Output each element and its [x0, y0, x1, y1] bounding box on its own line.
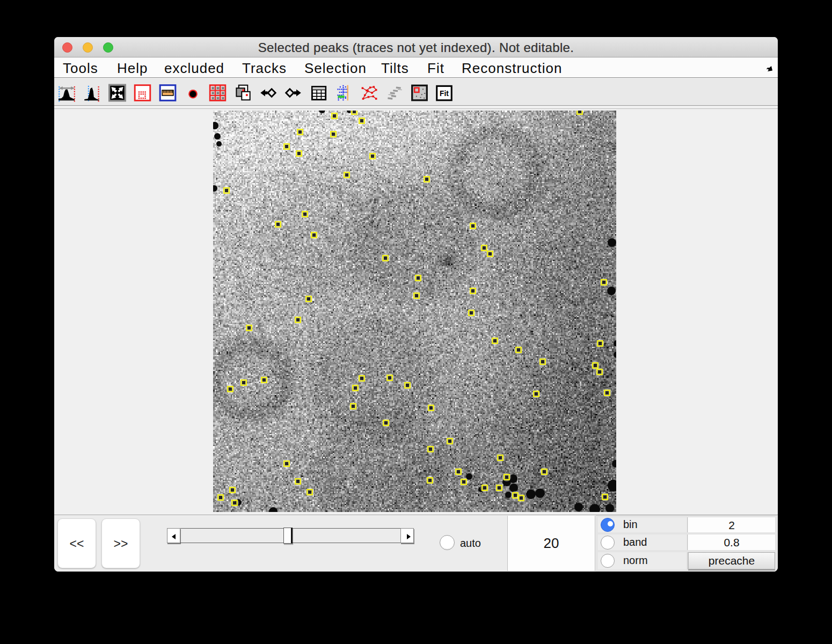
svg-text:Fit: Fit — [440, 90, 449, 98]
